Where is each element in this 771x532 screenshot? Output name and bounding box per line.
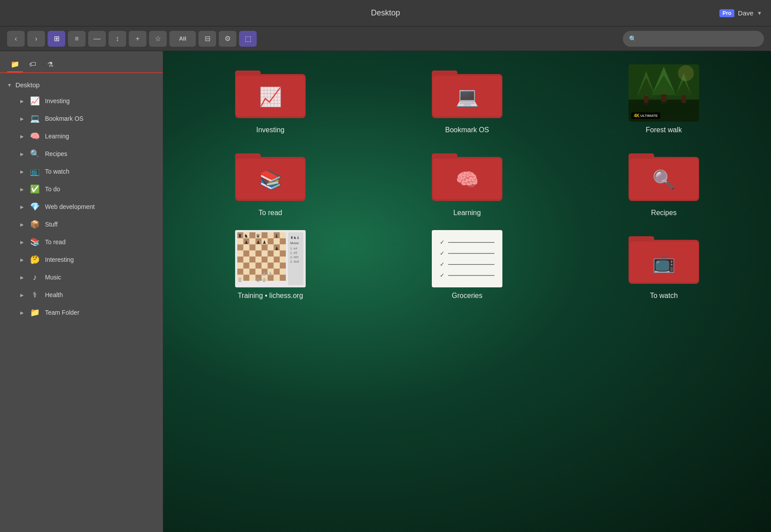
recipes-chevron-icon: ▶	[20, 152, 24, 156]
sidebar-item-learning[interactable]: ▶ 🧠 Learning	[3, 127, 160, 145]
settings-button[interactable]: ⚙	[219, 31, 236, 47]
list-view-button[interactable]: ≡	[68, 31, 86, 47]
forward-button[interactable]: ›	[27, 31, 45, 47]
svg-text:♟: ♟	[262, 240, 266, 245]
compact-view-button[interactable]: —	[88, 31, 106, 47]
svg-text:♛: ♛	[256, 233, 260, 238]
sidebar-item-interesting[interactable]: ▶ 🤔 Interesting	[3, 251, 160, 268]
sidebar-item-label-towatch: To watch	[45, 168, 153, 175]
chevron-down-icon[interactable]: ▼	[757, 10, 762, 16]
svg-rect-55	[262, 245, 268, 251]
svg-rect-75	[237, 263, 243, 269]
star-button[interactable]: ☆	[149, 31, 167, 47]
sidebar-tab-tags[interactable]: 🏷	[25, 56, 41, 72]
four-k-label: 4K	[634, 113, 640, 118]
add-button[interactable]: +	[129, 31, 146, 47]
grocery-bar-2	[448, 253, 494, 254]
grid-item-learning[interactable]: 🧠 Learning	[378, 147, 557, 217]
back-button[interactable]: ‹	[7, 31, 25, 47]
svg-rect-66	[280, 250, 286, 257]
svg-rect-53	[250, 245, 256, 251]
grid-item-groceries[interactable]: ✓ ✓ ✓ ✓ Groceries	[378, 230, 557, 300]
svg-rect-69	[250, 257, 256, 263]
svg-rect-60	[243, 250, 250, 257]
sidebar-item-label-bookmarkos: Bookmark OS	[45, 115, 153, 122]
grid-item-investing[interactable]: 📈 Investing	[181, 64, 360, 134]
sidebar-item-towatch[interactable]: ▶ 📺 To watch	[3, 163, 160, 180]
svg-rect-84	[243, 269, 250, 275]
grid-item-training[interactable]: ♜ ♞ ♛ ♝ ♟ ♟ ♟ ♟ ♙ ♙ ♖ ♕ ♔	[181, 230, 360, 300]
toread-chevron-icon: ▶	[20, 240, 24, 245]
sidebar-item-stuff[interactable]: ▶ 📦 Stuff	[3, 216, 160, 233]
sidebar-tab-folders[interactable]: 📁	[7, 56, 23, 72]
grid-item-recipes[interactable]: 🔍 Recipes	[574, 147, 753, 217]
grid-label-recipes: Recipes	[651, 209, 677, 217]
towatch-folder-svg: 📺	[629, 230, 699, 287]
recipes-folder-icon: 🔍	[629, 147, 699, 205]
svg-rect-49	[274, 238, 280, 245]
svg-rect-63	[262, 250, 268, 257]
towatch-chevron-icon: ▶	[20, 169, 24, 174]
grid-label-training: Training • lichess.org	[238, 292, 303, 300]
learning-folder-icon: 🧠	[432, 147, 502, 205]
grid-item-toread[interactable]: 📚 To read	[181, 147, 360, 217]
svg-rect-18	[681, 95, 686, 103]
investing-folder-icon: 📈	[235, 64, 306, 122]
sidebar-item-toread[interactable]: ▶ 📚 To read	[3, 233, 160, 251]
grid-item-bookmarkos[interactable]: 💻 Bookmark OS	[378, 64, 557, 134]
ultimate-label: ULTIMATE	[640, 114, 658, 118]
sidebar-item-label-investing: Investing	[45, 97, 153, 104]
user-name[interactable]: Dave	[738, 9, 753, 17]
towatch-icon: 📺	[29, 166, 41, 177]
grid-label-toread: To read	[258, 209, 282, 217]
sidebar-item-bookmarkos[interactable]: ▶ 💻 Bookmark OS	[3, 110, 160, 127]
svg-rect-61	[250, 250, 256, 257]
svg-rect-56	[268, 245, 274, 251]
sidebar-item-recipes[interactable]: ▶ 🔍 Recipes	[3, 145, 160, 163]
grid-item-forestwalk[interactable]: 4K ULTIMATE Forest walk	[574, 64, 753, 134]
svg-text:2. Nf3: 2. Nf3	[290, 256, 299, 259]
sidebar-item-investing[interactable]: ▶ 📈 Investing	[3, 92, 160, 110]
select-button[interactable]: ⬚	[239, 31, 257, 47]
sidebar-root-label: Desktop	[15, 81, 40, 89]
toread-icon: 📚	[29, 236, 41, 248]
todo-icon: ✅	[29, 183, 41, 195]
todo-chevron-icon: ▶	[20, 187, 24, 192]
svg-rect-74	[280, 257, 286, 263]
sidebar-item-music[interactable]: ▶ ♪ Music	[3, 268, 160, 286]
sidebar-item-teamfolder[interactable]: ▶ 📁 Team Folder	[3, 304, 160, 321]
sidebar-item-label-health: Health	[45, 291, 153, 298]
sort-button[interactable]: ↕	[109, 31, 126, 47]
recipes-folder-svg: 🔍	[629, 147, 699, 205]
sidebar-item-todo[interactable]: ▶ ✅ To do	[3, 180, 160, 198]
health-icon: ⚕	[29, 289, 41, 301]
grid-item-towatch[interactable]: 📺 To watch	[574, 230, 753, 300]
sidebar-item-label-interesting: Interesting	[45, 256, 153, 263]
stuff-chevron-icon: ▶	[20, 222, 24, 227]
svg-rect-98	[280, 275, 286, 281]
filter-button[interactable]: ⊟	[198, 31, 216, 47]
sidebar-item-label-recipes: Recipes	[45, 150, 153, 157]
sidebar-item-label-stuff: Stuff	[45, 221, 153, 228]
svg-rect-58	[280, 245, 286, 251]
search-input[interactable]	[623, 31, 764, 47]
check-icon-4: ✓	[440, 272, 445, 279]
check-icon-2: ✓	[440, 250, 445, 257]
toread-folder-svg: 📚	[235, 147, 306, 205]
sidebar-item-webdev[interactable]: ▶ 💎 Web development	[3, 198, 160, 216]
svg-text:♖: ♖	[238, 277, 242, 283]
all-filter-button[interactable]: All	[169, 31, 196, 47]
svg-rect-68	[243, 257, 250, 263]
grid-view-button[interactable]: ⊞	[48, 31, 65, 47]
sidebar-tab-filters[interactable]: ⚗	[42, 56, 58, 72]
svg-text:💻: 💻	[456, 86, 479, 108]
svg-text:♕: ♕	[256, 277, 260, 283]
svg-text:1. e4: 1. e4	[290, 247, 297, 250]
pro-badge: Pro	[719, 9, 734, 17]
svg-rect-92	[243, 275, 250, 281]
sidebar-item-health[interactable]: ▶ ⚕ Health	[3, 286, 160, 304]
svg-text:Move: Move	[290, 241, 299, 245]
bookmarkos-folder-svg: 💻	[432, 64, 502, 122]
sidebar-root-desktop[interactable]: ▼ Desktop	[0, 78, 163, 92]
four-k-badge: 4K ULTIMATE	[631, 112, 660, 119]
